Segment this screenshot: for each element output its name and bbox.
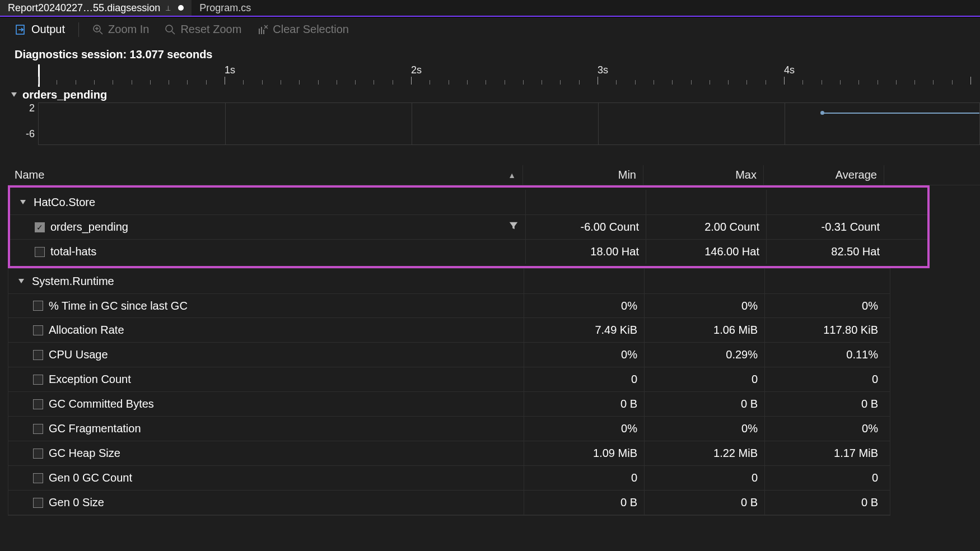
row-checkbox[interactable]	[33, 498, 43, 508]
table-row[interactable]: % Time in GC since last GC 0% 0% 0%	[8, 293, 890, 318]
col-max[interactable]: Max	[643, 165, 764, 185]
zoom-reset-icon	[165, 24, 176, 35]
counter-name: Gen 0 Size	[49, 496, 104, 509]
row-checkbox[interactable]	[33, 350, 43, 360]
zoom-in-button[interactable]: Zoom In	[87, 21, 155, 38]
gridline	[412, 103, 412, 144]
cell-max: 0	[644, 466, 764, 490]
tab-program-cs[interactable]: Program.cs	[192, 0, 259, 16]
data-line	[823, 113, 979, 114]
col-name[interactable]: Name ▲	[8, 165, 523, 185]
cell-avg: 0	[764, 466, 885, 490]
empty-cell	[644, 269, 764, 293]
ruler-tick-3s: 3s	[598, 64, 608, 76]
group-name: HatCo.Store	[34, 196, 95, 209]
counter-name: Exception Count	[49, 373, 131, 386]
svg-line-6	[172, 31, 175, 34]
row-checkbox[interactable]	[33, 375, 43, 385]
cell-avg: 117.80 KiB	[764, 318, 885, 342]
counters-table: Name ▲ Min Max Average HatCo.Store order…	[8, 165, 980, 516]
lane-yaxis: 2 -6	[11, 102, 38, 145]
cell-max: 0 B	[644, 491, 764, 515]
unsaved-dot-icon	[178, 5, 184, 11]
row-checkbox[interactable]	[33, 301, 43, 311]
ruler-tick-1s: 1s	[225, 64, 235, 76]
group-row-hatco[interactable]: HatCo.Store	[10, 190, 927, 214]
col-avg-label: Average	[836, 169, 877, 181]
timeline-ruler[interactable]: 1s 2s 3s 4s	[11, 64, 980, 87]
diagnostics-toolbar: Output Zoom In Reset Zoom Clear Selectio…	[0, 17, 980, 41]
cell-max: 1.06 MiB	[644, 318, 764, 342]
counter-name: GC Committed Bytes	[49, 398, 154, 410]
svg-line-2	[100, 31, 102, 34]
lane-grid	[38, 102, 980, 145]
cell-avg: 0%	[764, 294, 885, 317]
col-name-label: Name	[15, 169, 44, 181]
cell-min: 0	[524, 466, 644, 490]
row-checkbox[interactable]	[35, 247, 45, 257]
row-checkbox[interactable]	[35, 222, 45, 232]
row-checkbox[interactable]	[33, 399, 43, 409]
table-row[interactable]: Gen 0 GC Count 0 0 0	[8, 466, 890, 491]
counter-name: GC Fragmentation	[49, 422, 141, 435]
row-checkbox[interactable]	[33, 473, 43, 483]
ruler-ticks: 1s 2s 3s 4s	[38, 64, 980, 87]
cell-min: 0 B	[524, 392, 644, 416]
counter-name: % Time in GC since last GC	[49, 300, 188, 312]
cell-avg: 0 B	[764, 491, 885, 515]
tab-program-label: Program.cs	[199, 2, 251, 14]
output-label: Output	[31, 23, 65, 36]
col-max-label: Max	[735, 169, 757, 181]
output-button[interactable]: Output	[10, 21, 71, 38]
table-row[interactable]: orders_pending -6.00 Count 2.00 Count -0…	[10, 214, 927, 239]
svg-rect-9	[263, 30, 264, 34]
cell-avg: 0	[764, 367, 885, 391]
table-row[interactable]: total-hats 18.00 Hat 146.00 Hat 82.50 Ha…	[10, 239, 927, 264]
cell-min: 0%	[524, 294, 644, 317]
table-row[interactable]: GC Heap Size 1.09 MiB 1.22 MiB 1.17 MiB	[8, 441, 890, 466]
table-row[interactable]: GC Fragmentation 0% 0% 0%	[8, 417, 890, 441]
counter-name: CPU Usage	[49, 348, 108, 361]
highlighted-group-box: HatCo.Store orders_pending -6.00 Count 2…	[8, 185, 930, 268]
yaxis-top: 2	[29, 102, 35, 114]
table-row[interactable]: GC Committed Bytes 0 B 0 B 0 B	[8, 392, 890, 417]
svg-rect-8	[261, 27, 262, 34]
gridline	[785, 103, 785, 144]
reset-zoom-button[interactable]: Reset Zoom	[159, 21, 247, 38]
cell-max: 0	[644, 367, 764, 391]
cell-avg: 1.17 MiB	[764, 441, 885, 465]
group-row-system-runtime[interactable]: System.Runtime	[8, 269, 890, 293]
counter-name: Gen 0 GC Count	[49, 471, 132, 484]
col-min-label: Min	[618, 169, 636, 181]
caret-down-icon	[18, 279, 24, 283]
col-avg[interactable]: Average	[764, 165, 884, 185]
counter-name: GC Heap Size	[49, 447, 120, 460]
cell-min: -6.00 Count	[525, 215, 646, 239]
gridline	[598, 103, 599, 144]
tab-diagsession[interactable]: Report20240227…55.diagsession ⟂	[0, 0, 192, 16]
table-row[interactable]: CPU Usage 0% 0.29% 0.11%	[8, 343, 890, 367]
sort-indicator-icon: ▲	[508, 171, 516, 180]
table-row[interactable]: Allocation Rate 7.49 KiB 1.06 MiB 117.80…	[8, 318, 890, 343]
cell-min: 0%	[524, 343, 644, 367]
counter-name: orders_pending	[50, 221, 128, 234]
clear-selection-button[interactable]: Clear Selection	[251, 21, 354, 38]
filter-icon[interactable]	[508, 221, 519, 234]
row-checkbox[interactable]	[33, 325, 43, 335]
lane-plot-orders-pending[interactable]: 2 -6	[11, 102, 980, 145]
col-min[interactable]: Min	[523, 165, 643, 185]
cell-max: 146.00 Hat	[646, 240, 766, 264]
row-checkbox[interactable]	[33, 424, 43, 434]
toolbar-separator	[78, 22, 79, 37]
empty-cell	[764, 269, 885, 293]
svg-point-5	[166, 25, 172, 32]
ruler-tick-4s: 4s	[784, 64, 795, 76]
empty-cell	[525, 190, 646, 214]
pin-icon[interactable]: ⟂	[166, 3, 170, 12]
table-row[interactable]: Gen 0 Size 0 B 0 B 0 B	[8, 491, 890, 515]
session-duration-label: Diagnostics session: 13.077 seconds	[0, 41, 980, 64]
row-checkbox[interactable]	[33, 449, 43, 459]
table-row[interactable]: Exception Count 0 0 0	[8, 367, 890, 392]
cell-max: 0 B	[644, 392, 764, 416]
lane-header-orders-pending[interactable]: orders_pending	[0, 87, 980, 102]
